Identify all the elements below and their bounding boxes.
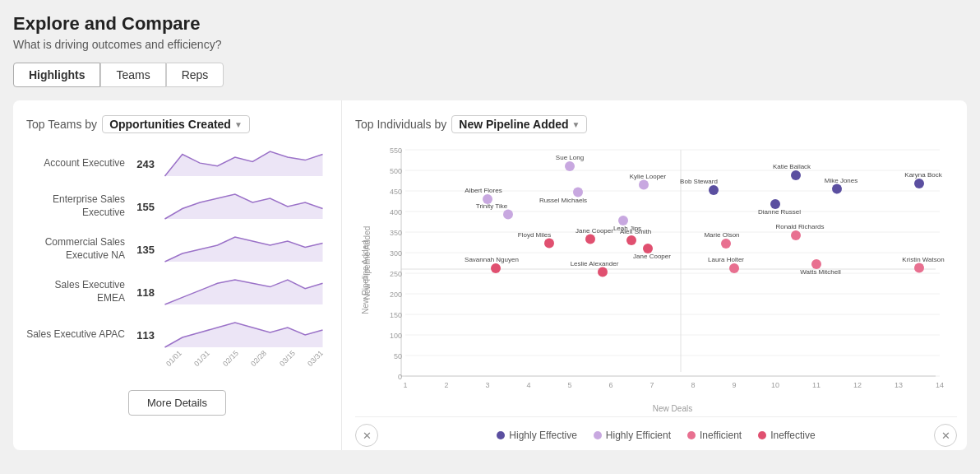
svg-point-83 [791, 230, 801, 240]
tabs-bar: Highlights Teams Reps [13, 63, 967, 87]
svg-text:13: 13 [894, 381, 903, 389]
tab-reps[interactable]: Reps [166, 63, 224, 87]
svg-text:Bob Steward: Bob Steward [680, 178, 718, 185]
legend-highly-effective: Highly Effective [497, 430, 576, 441]
team-value: 118 [133, 286, 159, 299]
svg-text:400: 400 [390, 208, 402, 216]
svg-point-67 [598, 267, 608, 277]
svg-text:50: 50 [394, 352, 402, 360]
svg-text:3: 3 [485, 381, 489, 389]
highly-effective-dot [497, 431, 505, 439]
page-title: Explore and Compare [13, 13, 967, 35]
svg-text:Russel Michaels: Russel Michaels [539, 197, 587, 204]
svg-text:0: 0 [398, 373, 402, 381]
svg-text:Kylie Looper: Kylie Looper [630, 173, 667, 180]
svg-text:12: 12 [853, 381, 862, 389]
top-teams-prefix: Top Teams by [26, 118, 97, 131]
team-value: 155 [133, 201, 159, 213]
svg-text:Albert Flores: Albert Flores [465, 187, 502, 194]
svg-text:100: 100 [390, 332, 402, 340]
svg-text:6: 6 [608, 381, 612, 389]
svg-text:300: 300 [390, 249, 402, 258]
svg-text:Marie Olson: Marie Olson [704, 231, 739, 239]
svg-text:Dianne Russel: Dianne Russel [758, 208, 801, 216]
svg-point-77 [914, 179, 924, 188]
sparkline [159, 276, 328, 308]
svg-point-65 [491, 263, 501, 273]
svg-point-59 [585, 235, 595, 244]
svg-point-73 [791, 170, 801, 180]
tab-teams[interactable]: Teams [100, 63, 165, 87]
svg-text:Jane Cooper: Jane Cooper [576, 227, 613, 235]
svg-text:New Deals: New Deals [653, 404, 692, 413]
legend-inefficient: Inefficient [687, 430, 742, 441]
dropdown-arrow-icon: ▼ [234, 120, 243, 129]
svg-text:Mike Jones: Mike Jones [825, 177, 858, 184]
team-value: 113 [133, 329, 159, 342]
svg-point-87 [914, 263, 924, 273]
svg-text:Watts Mitchell: Watts Mitchell [800, 268, 841, 276]
team-label: Commercial Sales Executive NA [26, 236, 133, 262]
new-pipeline-dropdown[interactable]: New Pipeline Added ▼ [451, 115, 587, 133]
dropdown-arrow-right-icon: ▼ [572, 120, 580, 129]
svg-point-49 [639, 180, 649, 190]
opportunities-created-dropdown[interactable]: Opportunities Created ▼ [102, 115, 250, 133]
svg-text:7: 7 [649, 381, 654, 389]
svg-point-47 [565, 161, 575, 171]
highly-efficient-dot [594, 431, 602, 439]
svg-text:10: 10 [771, 381, 779, 389]
svg-text:Leslie Alexander: Leslie Alexander [571, 260, 619, 267]
tab-highlights[interactable]: Highlights [13, 63, 100, 87]
svg-text:14: 14 [936, 381, 944, 389]
right-close-button[interactable]: ✕ [934, 424, 957, 447]
svg-point-75 [832, 184, 842, 194]
svg-text:Savannah Nguyen: Savannah Nguyen [465, 256, 519, 263]
main-card: Top Teams by Opportunities Created ▼ Acc… [13, 100, 967, 450]
svg-text:150: 150 [390, 311, 402, 319]
svg-text:450: 450 [390, 188, 402, 196]
svg-text:Laura Holter: Laura Holter [708, 256, 744, 263]
legend: Highly Effective Highly Efficient Ineffi… [378, 430, 934, 441]
svg-text:Floyd Miles: Floyd Miles [518, 231, 551, 239]
sparkline [159, 319, 328, 351]
inefficient-label: Inefficient [700, 430, 742, 441]
svg-text:Katie Ballack: Katie Ballack [773, 163, 811, 170]
team-row: Sales Executive APAC113 [26, 319, 328, 351]
svg-text:4: 4 [526, 381, 530, 389]
svg-text:New Pipeline Added: New Pipeline Added [363, 226, 372, 300]
svg-point-81 [729, 263, 739, 273]
svg-point-53 [503, 210, 513, 220]
svg-text:8: 8 [691, 381, 695, 389]
sparkline [159, 148, 328, 179]
svg-text:1: 1 [403, 381, 407, 389]
right-panel-header: Top Individuals by New Pipeline Added ▼ [355, 115, 957, 133]
left-panel: Top Teams by Opportunities Created ▼ Acc… [13, 100, 342, 450]
team-value: 135 [133, 244, 159, 256]
svg-text:Karyna Bock: Karyna Bock [904, 171, 942, 179]
svg-text:11: 11 [812, 381, 821, 389]
page-subtitle: What is driving outcomes and efficiency? [13, 38, 967, 51]
svg-text:250: 250 [390, 270, 402, 278]
legend-ineffective: Ineffective [758, 430, 815, 441]
left-panel-header: Top Teams by Opportunities Created ▼ [26, 115, 328, 133]
svg-text:5: 5 [567, 381, 571, 389]
svg-text:Jane Cooper: Jane Cooper [633, 253, 671, 260]
left-close-button[interactable]: ✕ [355, 424, 378, 447]
svg-text:550: 550 [390, 146, 402, 155]
svg-text:200: 200 [390, 290, 402, 299]
ineffective-label: Ineffective [770, 430, 815, 441]
svg-text:Trinity Tike: Trinity Tike [476, 202, 508, 210]
inefficient-dot [687, 431, 696, 439]
team-value: 243 [133, 158, 159, 170]
team-label: Sales Executive APAC [26, 328, 133, 342]
ineffective-dot [758, 431, 766, 439]
highly-efficient-label: Highly Efficient [606, 430, 671, 441]
more-details-button[interactable]: More Details [128, 390, 226, 416]
sparkline [159, 234, 328, 265]
svg-text:9: 9 [732, 381, 736, 389]
team-row: Account Executive243 [26, 148, 328, 179]
highly-effective-label: Highly Effective [509, 430, 576, 441]
sparkline [159, 191, 328, 222]
team-label: Account Executive [26, 157, 133, 170]
team-label: Sales Executive EMEA [26, 279, 133, 304]
